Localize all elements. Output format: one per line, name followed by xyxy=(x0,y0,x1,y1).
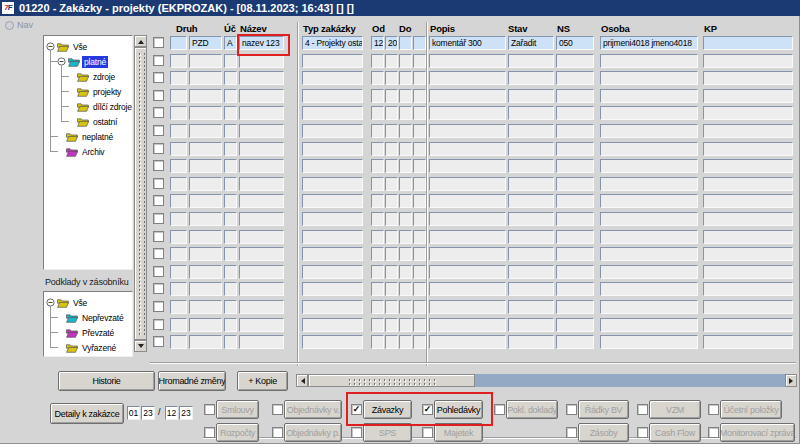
cell-kp[interactable] xyxy=(703,54,793,68)
cell-do1[interactable] xyxy=(413,230,426,244)
cell-kp[interactable] xyxy=(703,194,793,208)
cell-nazev[interactable] xyxy=(239,159,284,173)
cell-kp[interactable] xyxy=(703,335,793,349)
cell-status[interactable] xyxy=(170,54,187,68)
cell-do0[interactable] xyxy=(399,177,412,191)
cell-od0[interactable] xyxy=(371,142,384,156)
cell-do0[interactable] xyxy=(399,142,412,156)
z-soby-button[interactable]: Zásoby xyxy=(578,423,629,442)
cell-druh[interactable]: PZD xyxy=(189,36,222,50)
cell-popis[interactable] xyxy=(429,300,506,314)
cell-nazev[interactable] xyxy=(239,335,284,349)
cell-osoba[interactable] xyxy=(600,282,698,296)
cell-druh[interactable] xyxy=(189,265,222,279)
cell-ns[interactable] xyxy=(556,106,594,120)
rozpo-ty-checkbox[interactable] xyxy=(204,427,215,438)
cell-osoba[interactable] xyxy=(600,177,698,191)
cell-osoba[interactable] xyxy=(600,247,698,261)
cell-od0[interactable] xyxy=(371,124,384,138)
cell-uc[interactable] xyxy=(224,106,237,120)
scroll-up-button[interactable] xyxy=(134,35,147,47)
row-select-checkbox[interactable] xyxy=(153,125,164,136)
cell-status[interactable] xyxy=(170,124,187,138)
tree-item-neplatn[interactable]: neplatné xyxy=(44,129,132,144)
cell-typ[interactable]: 4 - Projekty ostatní xyxy=(302,36,363,50)
cell-druh[interactable] xyxy=(189,247,222,261)
cell-od1[interactable] xyxy=(385,282,398,296)
tree-item-v-e[interactable]: Vše xyxy=(44,295,132,310)
cell-druh[interactable] xyxy=(189,300,222,314)
cell-typ[interactable] xyxy=(302,300,363,314)
cell-typ[interactable] xyxy=(302,247,363,261)
cell-osoba[interactable] xyxy=(600,318,698,332)
cell-typ[interactable] xyxy=(302,124,363,138)
cell-popis[interactable] xyxy=(429,89,506,103)
cell-typ[interactable] xyxy=(302,71,363,85)
cell-do1[interactable] xyxy=(413,106,426,120)
tree-item-projekty[interactable]: projekty xyxy=(44,84,132,99)
monitorovac-zpr-va-checkbox[interactable] xyxy=(708,427,719,438)
cell-ns[interactable] xyxy=(556,177,594,191)
pokl-doklady-checkbox[interactable] xyxy=(494,404,505,415)
cell-druh[interactable] xyxy=(189,142,222,156)
cell-do0[interactable] xyxy=(399,36,412,50)
row-select-checkbox[interactable] xyxy=(153,301,164,312)
cell-popis[interactable] xyxy=(429,282,506,296)
tree-item-ostatn[interactable]: ostatní xyxy=(44,114,132,129)
cell-typ[interactable] xyxy=(302,282,363,296)
cell-status[interactable] xyxy=(170,106,187,120)
cell-status[interactable] xyxy=(170,142,187,156)
cash-flow-button[interactable]: Cash Flow xyxy=(649,423,701,442)
cell-stav[interactable] xyxy=(508,318,554,332)
cell-od0[interactable] xyxy=(371,247,384,261)
cell-druh[interactable] xyxy=(189,194,222,208)
cell-od1[interactable] xyxy=(385,177,398,191)
cell-kp[interactable] xyxy=(703,159,793,173)
cell-kp[interactable] xyxy=(703,212,793,226)
cell-ns[interactable] xyxy=(556,89,594,103)
cell-osoba[interactable] xyxy=(600,212,698,226)
cell-kp[interactable] xyxy=(703,230,793,244)
cell-typ[interactable] xyxy=(302,230,363,244)
row-select-checkbox[interactable] xyxy=(153,72,164,83)
cell-uc[interactable] xyxy=(224,318,237,332)
cell-status[interactable] xyxy=(170,71,187,85)
cell-od0[interactable] xyxy=(371,300,384,314)
cell-typ[interactable] xyxy=(302,265,363,279)
cell-uc[interactable] xyxy=(224,54,237,68)
row-select-checkbox[interactable] xyxy=(153,178,164,189)
cell-popis[interactable] xyxy=(429,212,506,226)
tree-item-vy-azen[interactable]: Vyřazené xyxy=(44,340,132,355)
hromadne-zmeny-button[interactable]: Hromadné změny xyxy=(158,371,226,391)
z-vazky-checkbox[interactable]: ✓ xyxy=(351,404,362,415)
cell-do1[interactable] xyxy=(413,124,426,138)
cell-ns[interactable] xyxy=(556,300,594,314)
cell-popis[interactable] xyxy=(429,265,506,279)
pohled-vky-button[interactable]: Pohledávky xyxy=(434,400,483,419)
cell-do0[interactable] xyxy=(399,212,412,226)
z-soby-checkbox[interactable] xyxy=(566,427,577,438)
cell-typ[interactable] xyxy=(302,142,363,156)
cell-uc[interactable] xyxy=(224,159,237,173)
cell-nazev[interactable] xyxy=(239,89,284,103)
cell-popis[interactable] xyxy=(429,247,506,261)
cell-typ[interactable] xyxy=(302,194,363,208)
pohled-vky-checkbox[interactable]: ✓ xyxy=(422,404,433,415)
cell-druh[interactable] xyxy=(189,159,222,173)
cell-od1[interactable] xyxy=(385,247,398,261)
cell-do0[interactable] xyxy=(399,282,412,296)
cell-nazev[interactable] xyxy=(239,230,284,244)
cell-osoba[interactable] xyxy=(600,54,698,68)
cell-osoba[interactable] xyxy=(600,142,698,156)
cell-od1[interactable] xyxy=(385,89,398,103)
cell-nazev[interactable] xyxy=(239,124,284,138)
cell-od1[interactable] xyxy=(385,71,398,85)
cell-druh[interactable] xyxy=(189,212,222,226)
cell-stav[interactable] xyxy=(508,106,554,120)
smlouvy-checkbox[interactable] xyxy=(204,404,215,415)
cell-status[interactable] xyxy=(170,194,187,208)
scroll-left-button[interactable] xyxy=(296,374,308,387)
row-select-checkbox[interactable] xyxy=(153,90,164,101)
z-vazky-button[interactable]: Závazky xyxy=(363,400,412,419)
cell-do0[interactable] xyxy=(399,230,412,244)
